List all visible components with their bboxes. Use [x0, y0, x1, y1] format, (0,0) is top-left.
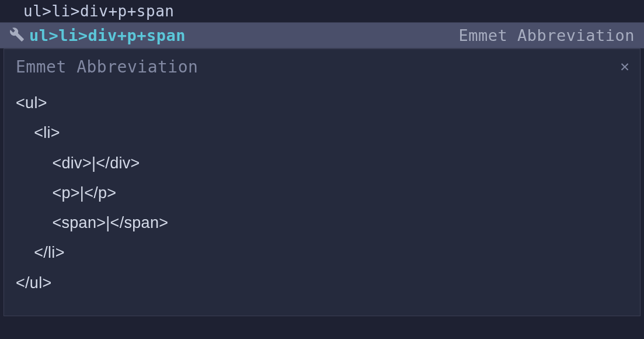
preview-content: <ul> <li> <div>|</div> <p>|</p> <span>|<…: [4, 81, 640, 316]
suggestion-item[interactable]: ul>li>div+p+span Emmet Abbreviation: [0, 22, 644, 49]
editor-input[interactable]: ul>li>div+p+span: [0, 0, 644, 22]
editor-input-text: ul>li>div+p+span: [23, 2, 174, 20]
suggestion-abbreviation: ul>li>div+p+span: [29, 26, 186, 44]
suggestion-type-label: Emmet Abbreviation: [458, 26, 635, 44]
wrench-icon: [9, 27, 25, 44]
close-icon[interactable]: ✕: [620, 57, 629, 75]
preview-title: Emmet Abbreviation: [4, 49, 640, 81]
preview-panel: Emmet Abbreviation ✕ <ul> <li> <div>|</d…: [4, 49, 640, 316]
